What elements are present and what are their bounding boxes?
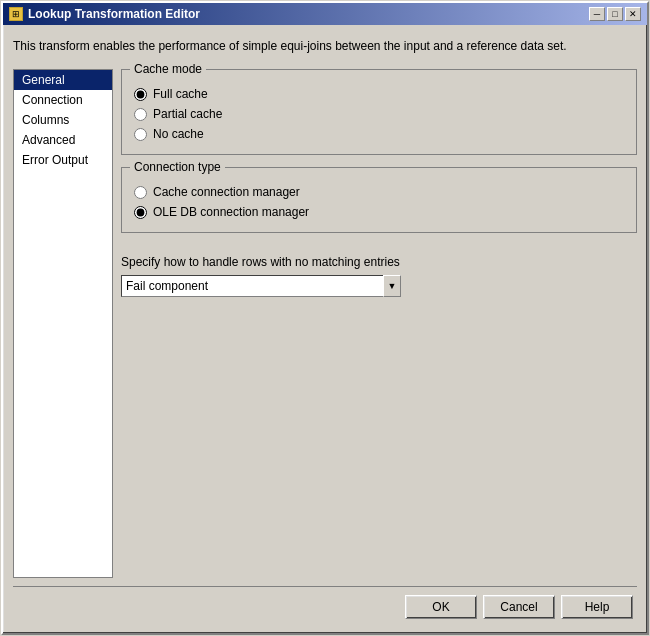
- cancel-button[interactable]: Cancel: [483, 595, 555, 619]
- specify-section: Specify how to handle rows with no match…: [121, 245, 637, 297]
- radio-row-no-cache: No cache: [134, 124, 624, 144]
- label-partial-cache: Partial cache: [153, 107, 222, 121]
- close-button[interactable]: ✕: [625, 7, 641, 21]
- footer: OK Cancel Help: [13, 586, 637, 623]
- title-bar-left: ⊞ Lookup Transformation Editor: [9, 7, 200, 21]
- title-bar: ⊞ Lookup Transformation Editor ─ □ ✕: [3, 3, 647, 25]
- connection-type-group: Connection type Cache connection manager…: [121, 167, 637, 233]
- minimize-button[interactable]: ─: [589, 7, 605, 21]
- sidebar-item-advanced[interactable]: Advanced: [14, 130, 112, 150]
- title-buttons: ─ □ ✕: [589, 7, 641, 21]
- sidebar-item-error-output[interactable]: Error Output: [14, 150, 112, 170]
- radio-row-oledb-conn: OLE DB connection manager: [134, 202, 624, 222]
- label-oledb-connection-manager: OLE DB connection manager: [153, 205, 309, 219]
- help-button[interactable]: Help: [561, 595, 633, 619]
- window-body: This transform enables the performance o…: [3, 25, 647, 633]
- sidebar: General Connection Columns Advanced Erro…: [13, 69, 113, 578]
- radio-row-cache-conn: Cache connection manager: [134, 182, 624, 202]
- radio-no-cache[interactable]: [134, 128, 147, 141]
- sidebar-item-columns[interactable]: Columns: [14, 110, 112, 130]
- right-panel: Cache mode Full cache Partial cache No c…: [121, 69, 637, 578]
- description-text: This transform enables the performance o…: [13, 35, 637, 61]
- cache-mode-legend: Cache mode: [130, 62, 206, 76]
- label-full-cache: Full cache: [153, 87, 208, 101]
- radio-oledb-connection-manager[interactable]: [134, 206, 147, 219]
- window-icon: ⊞: [9, 7, 23, 21]
- sidebar-item-general[interactable]: General: [14, 70, 112, 90]
- label-cache-connection-manager: Cache connection manager: [153, 185, 300, 199]
- specify-label: Specify how to handle rows with no match…: [121, 255, 637, 269]
- main-content: General Connection Columns Advanced Erro…: [13, 69, 637, 578]
- sidebar-item-connection[interactable]: Connection: [14, 90, 112, 110]
- radio-row-full-cache: Full cache: [134, 84, 624, 104]
- radio-full-cache[interactable]: [134, 88, 147, 101]
- radio-partial-cache[interactable]: [134, 108, 147, 121]
- radio-row-partial-cache: Partial cache: [134, 104, 624, 124]
- no-matching-rows-dropdown[interactable]: Fail component Ignore row Redirect row t…: [121, 275, 401, 297]
- label-no-cache: No cache: [153, 127, 204, 141]
- lookup-transformation-editor-window: ⊞ Lookup Transformation Editor ─ □ ✕ Thi…: [1, 1, 649, 635]
- connection-type-legend: Connection type: [130, 160, 225, 174]
- window-title: Lookup Transformation Editor: [28, 7, 200, 21]
- dropdown-wrapper: Fail component Ignore row Redirect row t…: [121, 275, 401, 297]
- cache-mode-group: Cache mode Full cache Partial cache No c…: [121, 69, 637, 155]
- ok-button[interactable]: OK: [405, 595, 477, 619]
- maximize-button[interactable]: □: [607, 7, 623, 21]
- radio-cache-connection-manager[interactable]: [134, 186, 147, 199]
